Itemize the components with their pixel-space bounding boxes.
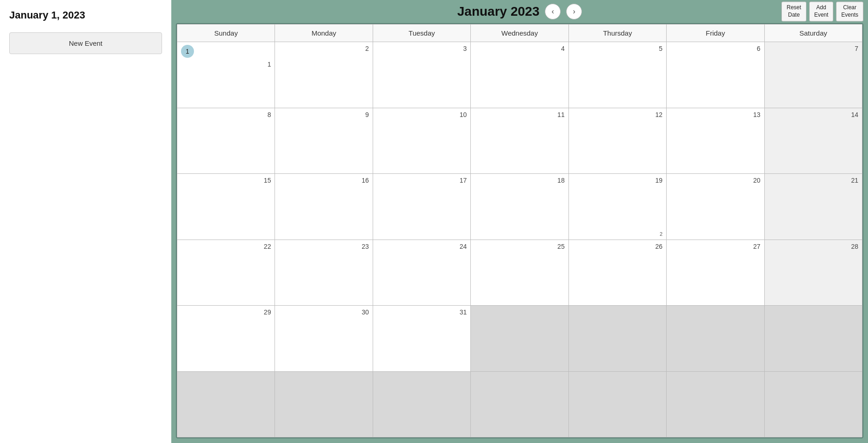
calendar-title: January 2023 [457, 4, 539, 19]
calendar-week-row: 891011121314 [177, 108, 862, 174]
sidebar-date-title: January 1, 2023 [9, 9, 85, 21]
weekday-header: Tuesday [373, 25, 470, 42]
day-number: 29 [181, 308, 271, 316]
calendar-cell[interactable]: 13 [667, 108, 764, 174]
calendar-table: SundayMondayTuesdayWednesdayThursdayFrid… [177, 24, 862, 437]
calendar-cell[interactable]: 29 [177, 306, 275, 372]
calendar-cell[interactable]: 2 [275, 42, 373, 108]
day-number: 31 [377, 308, 467, 316]
weekday-header: Wednesday [471, 25, 568, 42]
event-count: 2 [660, 231, 662, 237]
day-number: 20 [670, 177, 760, 184]
next-month-button[interactable]: › [566, 4, 582, 19]
weekday-header-row: SundayMondayTuesdayWednesdayThursdayFrid… [177, 25, 862, 42]
calendar-cell[interactable] [764, 306, 862, 372]
calendar-cell[interactable]: 20 [667, 174, 764, 240]
weekday-header: Saturday [764, 25, 862, 42]
calendar-cell[interactable]: 28 [764, 240, 862, 306]
calendar-cell[interactable] [568, 371, 666, 437]
day-number: 24 [377, 243, 467, 250]
calendar-cell[interactable]: 22 [177, 240, 275, 306]
calendar-cell[interactable]: 6 [667, 42, 764, 108]
calendar-week-row: 293031 [177, 306, 862, 372]
calendar-week-row [177, 371, 862, 437]
calendar-cell[interactable] [177, 371, 275, 437]
calendar-cell[interactable]: 4 [471, 42, 568, 108]
day-number: 22 [181, 243, 271, 250]
day-number: 28 [768, 243, 858, 250]
day-number: 8 [181, 111, 271, 118]
calendar-cell[interactable]: 25 [471, 240, 568, 306]
calendar-cell[interactable] [373, 371, 470, 437]
day-number: 6 [670, 45, 760, 52]
calendar-cell[interactable]: 30 [275, 306, 373, 372]
weekday-header: Monday [275, 25, 373, 42]
weekday-header: Sunday [177, 25, 275, 42]
weekday-header: Friday [667, 25, 764, 42]
day-number: 14 [768, 111, 858, 118]
day-number: 18 [475, 177, 564, 184]
day-number: 30 [279, 308, 368, 316]
day-number: 3 [377, 45, 467, 52]
calendar-main: January 2023 ‹ › ResetDate AddEvent Clea… [171, 0, 868, 443]
calendar-cell[interactable]: 18 [471, 174, 568, 240]
day-number: 16 [279, 177, 368, 184]
day-number: 2 [279, 45, 368, 52]
reset-date-button[interactable]: ResetDate [781, 1, 806, 21]
calendar-cell[interactable]: 3 [373, 42, 470, 108]
calendar-cell[interactable]: 10 [373, 108, 470, 174]
calendar-cell[interactable]: 31 [373, 306, 470, 372]
day-number: 19 [573, 177, 662, 184]
calendar-cell[interactable] [275, 371, 373, 437]
calendar-cell[interactable] [471, 306, 568, 372]
calendar-cell[interactable]: 24 [373, 240, 470, 306]
calendar-grid-container: SundayMondayTuesdayWednesdayThursdayFrid… [176, 23, 863, 438]
day-number: 9 [279, 111, 368, 118]
calendar-week-row: 22232425262728 [177, 240, 862, 306]
day-number: 4 [475, 45, 564, 52]
new-event-button[interactable]: New Event [9, 32, 162, 54]
day-number: 13 [670, 111, 760, 118]
header-actions: ResetDate AddEvent ClearEvents [781, 1, 863, 21]
calendar-cell[interactable]: 8 [177, 108, 275, 174]
calendar-cell[interactable]: 9 [275, 108, 373, 174]
calendar-thead: SundayMondayTuesdayWednesdayThursdayFrid… [177, 25, 862, 42]
prev-month-button[interactable]: ‹ [545, 4, 561, 19]
calendar-week-row: 151617181922021 [177, 174, 862, 240]
day-number: 7 [768, 45, 858, 52]
day-number: 25 [475, 243, 564, 250]
calendar-cell[interactable]: 26 [568, 240, 666, 306]
day-number: 5 [573, 45, 662, 52]
day-number: 1 [181, 61, 271, 68]
calendar-header: January 2023 ‹ › ResetDate AddEvent Clea… [176, 0, 863, 23]
calendar-cell[interactable]: 15 [177, 174, 275, 240]
calendar-body: 1 1 234567891011121314151617181922021222… [177, 42, 862, 437]
calendar-cell[interactable]: 23 [275, 240, 373, 306]
day-number: 26 [573, 243, 662, 250]
day-number: 21 [768, 177, 858, 184]
day-number: 11 [475, 111, 564, 118]
calendar-cell[interactable] [471, 371, 568, 437]
add-event-button[interactable]: AddEvent [809, 1, 834, 21]
today-badge: 1 [181, 45, 194, 58]
calendar-cell[interactable]: 17 [373, 174, 470, 240]
calendar-cell[interactable]: 5 [568, 42, 666, 108]
day-number: 15 [181, 177, 271, 184]
calendar-cell[interactable]: 7 [764, 42, 862, 108]
calendar-cell[interactable] [667, 306, 764, 372]
calendar-cell[interactable]: 16 [275, 174, 373, 240]
calendar-cell[interactable]: 1 1 [177, 42, 275, 108]
calendar-cell[interactable]: 11 [471, 108, 568, 174]
calendar-cell[interactable] [568, 306, 666, 372]
day-number: 27 [670, 243, 760, 250]
calendar-week-row: 1 1 234567 [177, 42, 862, 108]
calendar-cell[interactable]: 12 [568, 108, 666, 174]
day-number: 17 [377, 177, 467, 184]
calendar-cell[interactable]: 14 [764, 108, 862, 174]
clear-events-button[interactable]: ClearEvents [836, 1, 863, 21]
calendar-cell[interactable]: 21 [764, 174, 862, 240]
calendar-cell[interactable] [667, 371, 764, 437]
calendar-cell[interactable] [764, 371, 862, 437]
calendar-cell[interactable]: 27 [667, 240, 764, 306]
calendar-cell[interactable]: 192 [568, 174, 666, 240]
